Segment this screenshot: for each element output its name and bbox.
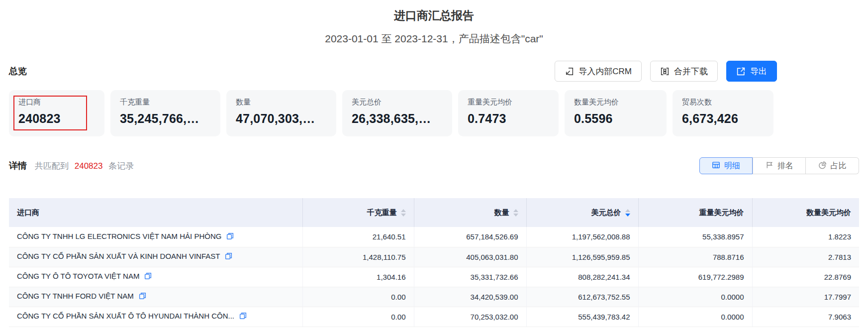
importer-table: 进口商千克重量数量美元总价重量美元均价数量美元均价 CÔNG TY TNHH L… [9,198,859,327]
merge-download-button[interactable]: 合并下载 [650,61,718,82]
cell-qty: 657,184,526.69 [414,227,526,247]
column-header-label: 数量 [494,208,509,218]
cell-kg_avg: 55,338.8957 [638,227,752,247]
sort-asc-icon[interactable] [625,209,630,212]
stat-card-importers: 进口商240823 [9,90,104,136]
copy-icon[interactable] [226,232,234,242]
stat-card-value: 47,070,303,… [236,112,336,126]
sort-carets-usd[interactable] [625,209,630,217]
cell-qty: 35,331,732.66 [414,267,526,287]
sort-desc-icon[interactable] [401,214,406,217]
cell-qty: 70,253,032.00 [414,307,526,327]
tab-detail[interactable]: 明细 [699,157,753,174]
cell-qty_avg: 7.9063 [752,307,859,327]
table-icon [712,161,720,171]
stat-card-label: 美元总价 [352,98,452,107]
sort-asc-icon[interactable] [513,209,518,212]
cell-kg_avg: 619,772.2989 [638,267,752,287]
cell-qty_avg: 17.7997 [752,287,859,307]
details-left: 详情 共匹配到 240823 条记录 [9,160,134,172]
column-header-kg: 千克重量 [302,198,414,227]
table-row: CÔNG TY CỔ PHẦN SẢN XUẤT Ô TÔ HYUNDAI TH… [9,307,859,327]
stat-card-quantity: 数量47,070,303,… [226,90,336,136]
export-button-label: 导出 [750,66,767,77]
cell-qty_avg: 2.7813 [752,247,859,267]
column-header-label: 数量美元均价 [806,208,851,218]
table-header-row: 进口商千克重量数量美元总价重量美元均价数量美元均价 [9,198,859,227]
sort-desc-icon[interactable] [513,214,518,217]
cell-qty: 34,420,539.00 [414,287,526,307]
sort-carets-qty[interactable] [513,209,518,217]
overview-bar: 总览 导入内部CRM 合并下载 导出 [9,61,777,82]
details-section-title: 详情 [9,160,27,172]
ranking-icon [765,161,773,171]
importer-name-cell: CÔNG TY TNHH FORD VIỆT NAM [9,287,302,307]
table-row: CÔNG TY TNHH FORD VIỆT NAM0.0034,420,539… [9,287,859,307]
cell-kg: 0.00 [302,287,414,307]
stat-card-usd-per-qty: 数量美元均价0.5596 [565,90,667,136]
importer-summary-report-page: 进口商汇总报告 2023-01-01 至 2023-12-31，产品描述包含"c… [0,0,868,335]
stat-card-value: 26,338,635,… [352,112,452,126]
cell-usd: 1,197,562,008.88 [526,227,638,247]
tab-proportion[interactable]: 占比 [806,157,859,174]
match-suffix: 条记录 [108,161,134,171]
cell-kg: 1,428,110.75 [302,247,414,267]
copy-icon[interactable] [239,312,247,322]
match-records-text: 共匹配到 240823 条记录 [35,160,134,172]
stat-card-value: 35,245,766,… [120,112,220,126]
column-header-label: 千克重量 [367,208,397,218]
copy-icon[interactable] [138,292,147,302]
importer-name[interactable]: CÔNG TY CỔ PHẦN SẢN XUẤT Ô TÔ HYUNDAI TH… [17,312,234,320]
importer-name-cell: CÔNG TY TNHH LG ELECTRONICS VIỆT NAM HẢI… [9,227,302,247]
copy-icon[interactable] [224,252,233,262]
importer-name-cell: CÔNG TY Ô TÔ TOYOTA VIỆT NAM [9,267,302,287]
cell-kg_avg: 0.0000 [638,287,752,307]
column-header-qty: 数量 [414,198,526,227]
pie-icon [818,161,827,171]
sort-desc-icon[interactable] [625,214,630,217]
tab-ranking[interactable]: 排名 [753,157,806,174]
cell-usd: 1,126,595,959.85 [526,247,638,267]
cell-usd: 808,282,241.34 [526,267,638,287]
cell-kg: 0.00 [302,307,414,327]
table-body: CÔNG TY TNHH LG ELECTRONICS VIỆT NAM HẢI… [9,227,859,327]
cell-qty_avg: 1.8223 [752,227,859,247]
importer-name[interactable]: CÔNG TY Ô TÔ TOYOTA VIỆT NAM [17,272,139,280]
export-icon [736,67,746,76]
importer-name-cell: CÔNG TY CỔ PHẦN SẢN XUẤT VÀ KINH DOANH V… [9,247,302,267]
importer-name[interactable]: CÔNG TY TNHH FORD VIỆT NAM [17,292,134,300]
cell-kg: 1,304.16 [302,267,414,287]
copy-icon[interactable] [144,272,152,282]
column-header-label: 重量美元均价 [699,208,744,218]
column-header-label: 进口商 [17,208,39,218]
importer-name[interactable]: CÔNG TY TNHH LG ELECTRONICS VIỆT NAM HẢI… [17,232,221,240]
stats-cards: 进口商240823千克重量35,245,766,…数量47,070,303,…美… [9,90,859,136]
sort-carets-kg[interactable] [401,209,406,217]
export-button[interactable]: 导出 [726,61,777,82]
match-prefix: 共匹配到 [35,161,69,171]
table-row: CÔNG TY CỔ PHẦN SẢN XUẤT VÀ KINH DOANH V… [9,247,859,267]
stat-card-kg-weight: 千克重量35,245,766,… [110,90,220,136]
stat-card-value: 0.7473 [468,112,559,126]
table-row: CÔNG TY TNHH LG ELECTRONICS VIỆT NAM HẢI… [9,227,859,247]
stat-card-usd-total: 美元总价26,338,635,… [342,90,452,136]
import-crm-button[interactable]: 导入内部CRM [555,61,642,82]
stat-card-value: 6,673,426 [682,112,773,126]
cell-usd: 612,673,752.55 [526,287,638,307]
match-count: 240823 [75,161,103,171]
cell-kg: 21,640.51 [302,227,414,247]
merge-download-icon [660,67,670,76]
merge-download-button-label: 合并下载 [674,66,708,77]
sort-asc-icon[interactable] [401,209,406,212]
importer-name[interactable]: CÔNG TY CỔ PHẦN SẢN XUẤT VÀ KINH DOANH V… [17,252,220,260]
import-crm-button-label: 导入内部CRM [579,66,632,77]
stat-card-label: 重量美元均价 [468,98,559,107]
highlight-annotation-box [13,96,87,130]
report-subtitle: 2023-01-01 至 2023-12-31，产品描述包含"car" [0,32,868,46]
column-header-qty_avg: 数量美元均价 [752,198,859,227]
tab-detail-label: 明细 [724,161,740,171]
action-button-group: 导入内部CRM 合并下载 导出 [555,61,777,82]
stat-card-label: 千克重量 [120,98,220,107]
overview-section-title: 总览 [9,65,27,77]
stat-card-label: 数量 [236,98,336,107]
